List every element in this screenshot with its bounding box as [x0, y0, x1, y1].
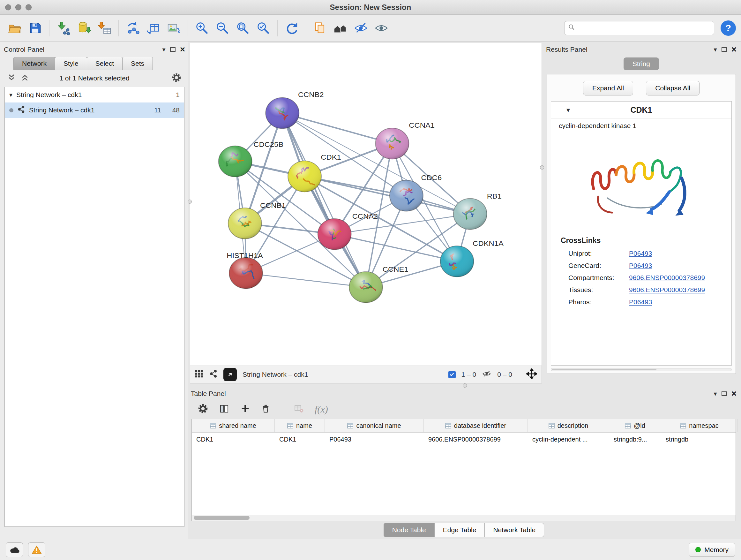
table-cell[interactable]: stringdb [661, 433, 738, 446]
export-table-icon[interactable] [144, 18, 163, 38]
refresh-view-icon[interactable] [282, 18, 301, 38]
float-panel-icon[interactable] [722, 391, 727, 396]
search-input[interactable] [578, 24, 710, 32]
network-node-RB1[interactable]: RB1 [454, 192, 502, 229]
crosslink-pharos-[interactable]: P06493 [629, 298, 652, 306]
float-panel-icon[interactable] [170, 47, 176, 52]
column-header-database-identifier[interactable]: database identifier [424, 419, 528, 432]
delete-column-icon[interactable] [261, 404, 270, 415]
help-icon[interactable]: ? [721, 20, 736, 36]
collapse-all-icon[interactable] [8, 74, 15, 83]
collapse-gene-icon[interactable]: ▾ [566, 107, 570, 114]
import-network-from-database-icon[interactable] [74, 18, 93, 38]
column-header-shared-name[interactable]: shared name [192, 419, 275, 432]
search-icon [568, 24, 575, 32]
close-panel-icon[interactable]: × [180, 45, 185, 54]
zoom-window-icon[interactable] [25, 4, 31, 10]
column-header-description[interactable]: description [528, 419, 609, 432]
node-selection-checkbox[interactable] [448, 371, 456, 378]
network-node-HIST1H1A[interactable]: HIST1H1A [226, 252, 263, 289]
network-node-CCNA1[interactable]: CCNA1 [376, 121, 434, 159]
panel-menu-icon[interactable]: ▾ [714, 46, 717, 53]
network-node-CDKN1A[interactable]: CDKN1A [441, 240, 504, 277]
panel-menu-icon[interactable]: ▾ [714, 390, 717, 397]
cloud-status-icon[interactable] [6, 543, 23, 557]
expand-all-icon[interactable] [21, 74, 29, 83]
close-panel-icon[interactable]: × [731, 45, 737, 54]
zoom-out-icon[interactable] [213, 18, 232, 38]
table-cell[interactable]: cyclin-dependent ... [528, 433, 609, 446]
show-details-icon[interactable] [372, 18, 391, 38]
table-row[interactable]: CDK1CDK1P064939606.ENSP00000378699cyclin… [192, 433, 736, 446]
gear-icon[interactable] [172, 73, 181, 84]
open-session-icon[interactable] [5, 18, 24, 38]
zoom-fit-icon[interactable] [233, 18, 253, 38]
card-scrollbar[interactable] [551, 368, 732, 371]
new-network-icon[interactable] [123, 18, 142, 38]
network-canvas[interactable]: CCNB2CCNA1CDC25BCDK1CDC6RB1CCNB1CCNA2CDK… [190, 43, 542, 366]
export-image-icon[interactable] [164, 18, 183, 38]
network-row[interactable]: String Network – cdk1 11 48 [5, 103, 184, 118]
network-edge[interactable] [282, 113, 366, 287]
hide-details-icon[interactable] [351, 18, 370, 38]
close-window-icon[interactable] [5, 4, 11, 10]
table-cell[interactable]: stringdb:9... [609, 433, 661, 446]
table-cell[interactable]: CDK1 [275, 433, 325, 446]
open-in-new-window-icon[interactable] [223, 368, 237, 381]
table-cell[interactable]: 9606.ENSP00000378699 [424, 433, 528, 446]
tab-network[interactable]: Network [13, 57, 55, 70]
tab-sets[interactable]: Sets [122, 57, 153, 70]
warning-icon[interactable] [28, 543, 45, 557]
tab-edge-table[interactable]: Edge Table [434, 523, 485, 537]
tab-select[interactable]: Select [87, 57, 123, 70]
save-session-icon[interactable] [25, 18, 45, 38]
network-node-CCNB1[interactable]: CCNB1 [228, 201, 286, 239]
table-cell[interactable]: CDK1 [192, 433, 275, 446]
search-box[interactable] [564, 21, 714, 35]
network-collection-row[interactable]: ▾ String Network – cdk1 1 [5, 87, 184, 103]
select-columns-icon[interactable] [219, 403, 229, 415]
grid-view-icon[interactable] [195, 369, 203, 380]
crosslink-compartments-[interactable]: 9606.ENSP00000378699 [629, 274, 705, 282]
left-splitter-handle[interactable] [188, 199, 192, 204]
scrollbar-thumb[interactable] [194, 516, 250, 520]
horizontal-splitter[interactable] [188, 383, 741, 388]
crosslink-uniprot-[interactable]: P06493 [629, 250, 652, 257]
column-header-namespac[interactable]: namespac [661, 419, 738, 432]
expand-all-button[interactable]: Expand All [583, 81, 633, 96]
network-share-icon[interactable] [209, 369, 218, 380]
add-column-icon[interactable] [240, 403, 250, 415]
float-panel-icon[interactable] [722, 47, 727, 52]
network-edge[interactable] [282, 113, 392, 144]
zoom-selected-icon[interactable] [254, 18, 273, 38]
pan-move-icon[interactable] [526, 368, 537, 381]
home-icon[interactable] [331, 18, 350, 38]
network-edge[interactable] [246, 273, 366, 287]
crosslink-tissues-[interactable]: 9606.ENSP00000378699 [629, 286, 705, 294]
import-table-from-file-icon[interactable] [95, 18, 114, 38]
zoom-in-icon[interactable] [192, 18, 212, 38]
column-header--id[interactable]: @id [609, 419, 661, 432]
tab-network-table[interactable]: Network Table [484, 523, 544, 537]
column-header-name[interactable]: name [275, 419, 325, 432]
tab-node-table[interactable]: Node Table [384, 523, 434, 537]
tab-style[interactable]: Style [55, 57, 87, 70]
crosslink-genecard-[interactable]: P06493 [629, 262, 652, 269]
column-header-canonical-name[interactable]: canonical name [325, 419, 424, 432]
copy-icon[interactable] [311, 18, 330, 38]
import-network-from-file-icon[interactable] [54, 18, 73, 38]
network-edge[interactable] [305, 177, 470, 214]
table-cell[interactable]: P06493 [325, 433, 424, 446]
collapse-all-button[interactable]: Collapse All [646, 81, 699, 96]
close-panel-icon[interactable]: × [731, 389, 737, 398]
tree-caret-icon[interactable]: ▾ [9, 91, 12, 98]
string-tab-badge[interactable]: String [623, 57, 659, 70]
memory-button[interactable]: Memory [689, 543, 735, 557]
table-horizontal-scrollbar[interactable] [192, 515, 736, 521]
hidden-eye-slash-icon[interactable] [482, 369, 491, 380]
network-node-CDK1[interactable]: CDK1 [288, 153, 341, 192]
network-graph[interactable]: CCNB2CCNA1CDC25BCDK1CDC6RB1CCNB1CCNA2CDK… [190, 43, 542, 366]
table-settings-gear-icon[interactable] [198, 403, 208, 415]
panel-menu-icon[interactable]: ▾ [162, 46, 165, 53]
minimize-window-icon[interactable] [15, 4, 21, 10]
